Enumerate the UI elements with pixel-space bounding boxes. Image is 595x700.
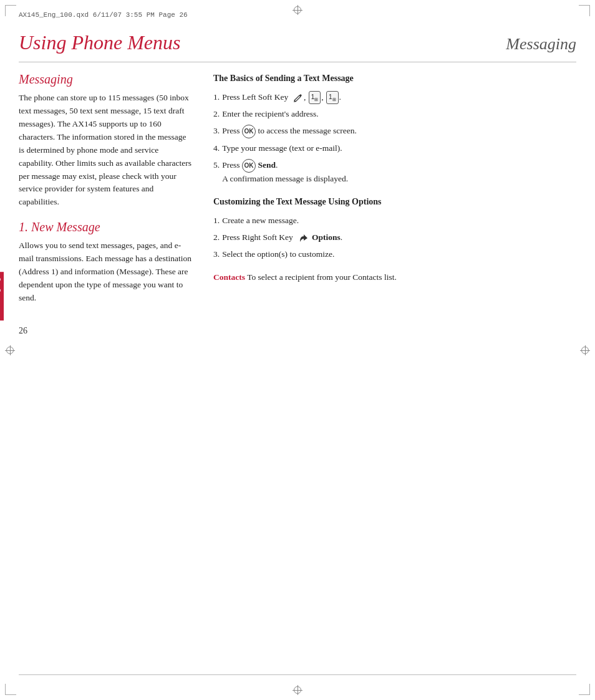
basics-heading: The Basics of Sending a Text Message <box>213 72 576 85</box>
bottom-rule <box>19 674 576 675</box>
customizing-list: 1. Create a new message. 2. Press Right … <box>213 214 576 261</box>
reg-mark-left <box>5 345 15 355</box>
left-column: Messaging Messaging The phone can store … <box>19 72 193 668</box>
title-left: Using Phone Menus <box>19 31 181 54</box>
list-item: 4. Type your message (text or e-mail). <box>213 142 576 155</box>
list-item: 3. Press OK to access the message screen… <box>213 125 576 138</box>
header-bar: AX145_Eng_100.qxd 6/11/07 3:55 PM Page 2… <box>19 11 576 19</box>
page-layout: Using Phone Menus Messaging Messaging Me… <box>19 25 576 675</box>
reg-mark-bottom <box>293 685 302 695</box>
left-soft-key-icon <box>293 91 303 104</box>
corner-mark-tl <box>5 5 16 16</box>
title-rule <box>19 62 576 62</box>
new-message-heading: 1. New Message <box>19 220 193 234</box>
title-right: Messaging <box>506 35 576 54</box>
customizing-heading: Customizing the Text Message Using Optio… <box>213 196 576 208</box>
corner-mark-tr <box>579 5 590 16</box>
title-row: Using Phone Menus Messaging <box>19 25 576 59</box>
corner-mark-br <box>579 684 590 695</box>
list-item: 5. Press OK Send. A confirmation message… <box>213 159 576 186</box>
reg-mark-right <box>580 345 590 355</box>
key-1-icon: 1⊞ <box>309 91 321 105</box>
messaging-heading: Messaging <box>19 72 193 87</box>
list-item: 2. Press Right Soft Key Options. <box>213 231 576 244</box>
ok-icon-2: OK <box>242 159 256 173</box>
right-soft-key-icon <box>299 231 309 244</box>
ok-icon: OK <box>242 125 256 138</box>
side-tab: Messaging <box>0 272 4 320</box>
content-row: Messaging Messaging The phone can store … <box>19 72 576 668</box>
header-text: AX145_Eng_100.qxd 6/11/07 3:55 PM Page 2… <box>19 11 188 19</box>
corner-mark-bl <box>5 684 16 695</box>
list-item: 3. Select the option(s) to customize. <box>213 248 576 261</box>
right-column: The Basics of Sending a Text Message 1. … <box>213 72 576 668</box>
new-message-body: Allows you to send text messages, pages,… <box>19 239 193 305</box>
basics-list: 1. Press Left Soft Key , 1⊞, 1⊞. <box>213 91 576 186</box>
list-item: 1. Press Left Soft Key , 1⊞, 1⊞. <box>213 91 576 105</box>
contacts-label: Contacts <box>213 272 245 282</box>
list-item: 2. Enter the recipient's address. <box>213 108 576 121</box>
list-item: 1. Create a new message. <box>213 214 576 228</box>
messaging-body: The phone can store up to 115 messages (… <box>19 92 193 209</box>
contacts-paragraph: Contacts To select a recipient from your… <box>213 271 576 284</box>
page-number: 26 <box>19 314 193 336</box>
key-1b-icon: 1⊞ <box>326 91 339 105</box>
